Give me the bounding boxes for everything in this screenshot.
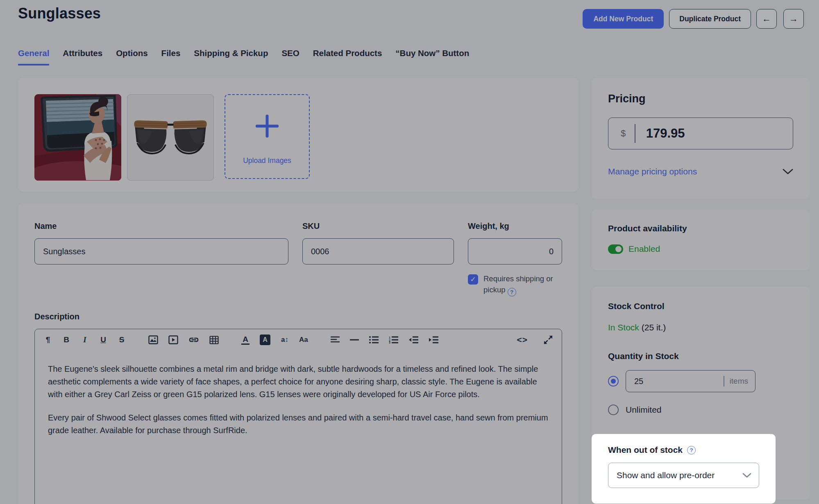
horizontal-rule-icon[interactable]	[350, 334, 359, 346]
lifestyle-photo-image	[34, 94, 121, 181]
manage-pricing-row[interactable]: Manage pricing options	[608, 167, 793, 176]
tab-buy-now-button[interactable]: “Buy Now” Button	[395, 48, 469, 66]
name-input[interactable]	[34, 238, 288, 264]
sidebar: Pricing $ Manage pricing options Product…	[592, 78, 810, 499]
arrow-right-icon: →	[789, 14, 798, 24]
insert-link-icon[interactable]	[188, 334, 199, 346]
insert-video-icon[interactable]	[168, 334, 178, 346]
underline-icon[interactable]: U	[99, 334, 107, 346]
availability-status: Enabled	[628, 244, 660, 254]
field-divider	[724, 376, 724, 386]
page-title: Sunglasses	[18, 5, 101, 22]
font-size-icon[interactable]: a↕	[281, 334, 289, 346]
unlimited-label: Unlimited	[626, 405, 662, 415]
price-input[interactable]	[646, 126, 793, 141]
out-of-stock-selected-value: Show and allow pre-order	[617, 470, 715, 480]
sunglasses-photo-image	[127, 95, 213, 180]
name-label: Name	[34, 221, 288, 231]
product-photo-lifestyle[interactable]	[34, 94, 121, 181]
tab-related-products[interactable]: Related Products	[313, 48, 382, 66]
previous-product-button[interactable]: ←	[756, 9, 777, 29]
check-icon: ✓	[470, 275, 476, 284]
plus-icon	[256, 115, 279, 138]
chevron-down-icon	[783, 169, 793, 175]
requires-shipping-checkbox[interactable]: ✓	[468, 274, 478, 285]
requires-shipping-label: Requires shipping or pickup ?	[483, 273, 562, 296]
add-new-product-button[interactable]: Add New Product	[583, 9, 664, 29]
tab-shipping-pickup[interactable]: Shipping & Pickup	[194, 48, 268, 66]
numbered-list-icon[interactable]: 123	[389, 334, 398, 346]
highlight-color-icon[interactable]: A	[260, 334, 270, 345]
quantity-unit-label: items	[730, 377, 755, 386]
product-details-card: Name SKU Weight, kg ✓ Requires shipping …	[18, 203, 579, 504]
align-left-icon[interactable]	[331, 334, 340, 346]
quantity-radio[interactable]	[608, 376, 619, 386]
letter-case-icon[interactable]: Aa	[299, 334, 308, 346]
description-text[interactable]: The Eugene's sleek silhouette combines a…	[35, 350, 562, 449]
svg-text:1: 1	[389, 336, 390, 339]
sku-label: SKU	[302, 221, 454, 231]
when-out-of-stock-section: When out of stock ? Show and allow pre-o…	[592, 434, 776, 504]
stock-control-card: Stock Control In Stock (25 it.) Quantity…	[592, 287, 810, 499]
tab-attributes[interactable]: Attributes	[63, 48, 102, 66]
outdent-icon[interactable]	[408, 334, 418, 346]
when-out-of-stock-label: When out of stock	[608, 445, 683, 455]
pricing-title: Pricing	[608, 93, 793, 105]
description-paragraph: Every pair of Shwood Select glasses come…	[48, 411, 549, 437]
insert-table-icon[interactable]	[209, 334, 219, 346]
next-product-button[interactable]: →	[783, 9, 804, 29]
weight-input[interactable]	[468, 238, 562, 264]
out-of-stock-help-icon[interactable]: ?	[687, 446, 696, 454]
product-tabs: General Attributes Options Files Shippin…	[18, 48, 469, 66]
svg-text:3: 3	[389, 341, 390, 344]
source-code-icon[interactable]: <>	[517, 334, 528, 346]
product-images-card: Upload Images	[18, 78, 579, 192]
price-field: $	[608, 118, 793, 149]
availability-toggle[interactable]	[608, 244, 623, 254]
quantity-field: items	[626, 370, 755, 392]
product-photo-sunglasses[interactable]	[127, 94, 214, 181]
quantity-input[interactable]	[626, 377, 724, 386]
tab-files[interactable]: Files	[161, 48, 181, 66]
tab-options[interactable]: Options	[116, 48, 147, 66]
description-editor: ¶ B I U S A A a↕ Aa	[34, 329, 562, 504]
weight-label: Weight, kg	[468, 221, 562, 231]
manage-pricing-link[interactable]: Manage pricing options	[608, 167, 697, 176]
tab-seo[interactable]: SEO	[281, 48, 299, 66]
out-of-stock-behavior-select[interactable]: Show and allow pre-order	[608, 463, 759, 488]
field-divider	[635, 124, 635, 143]
indent-icon[interactable]	[429, 334, 438, 346]
in-stock-count: (25 it.)	[639, 323, 666, 332]
upload-images-dropzone[interactable]: Upload Images	[225, 94, 310, 179]
chevron-down-icon	[742, 473, 751, 478]
availability-card: Product availability Enabled	[592, 210, 810, 270]
unlimited-radio[interactable]	[608, 405, 619, 415]
pricing-card: Pricing $ Manage pricing options	[592, 78, 810, 199]
description-label: Description	[34, 312, 562, 321]
sku-input[interactable]	[302, 238, 454, 264]
currency-symbol: $	[608, 128, 626, 139]
main-column: Upload Images Name SKU Weight, kg ✓ Requ…	[18, 78, 579, 504]
italic-icon[interactable]: I	[81, 334, 89, 346]
arrow-left-icon: ←	[762, 14, 771, 24]
header-actions: Add New Product Duplicate Product ← →	[583, 9, 804, 29]
strikethrough-icon[interactable]: S	[118, 334, 126, 346]
bullet-list-icon[interactable]	[369, 334, 379, 346]
bold-icon[interactable]: B	[62, 334, 70, 346]
insert-image-icon[interactable]	[148, 334, 158, 346]
in-stock-label: In Stock	[608, 323, 639, 332]
editor-toolbar: ¶ B I U S A A a↕ Aa	[35, 329, 562, 350]
fullscreen-icon[interactable]	[544, 334, 553, 346]
stock-control-title: Stock Control	[608, 301, 793, 311]
description-paragraph: The Eugene's sleek silhouette combines a…	[48, 363, 549, 401]
upload-images-label: Upload Images	[243, 156, 291, 165]
paragraph-icon[interactable]: ¶	[44, 334, 52, 346]
duplicate-product-button[interactable]: Duplicate Product	[669, 9, 751, 29]
stock-status: In Stock (25 it.)	[608, 323, 793, 332]
availability-title: Product availability	[608, 224, 793, 233]
shipping-help-icon[interactable]: ?	[508, 288, 516, 296]
tab-general[interactable]: General	[18, 48, 49, 66]
quantity-in-stock-title: Quantity in Stock	[608, 351, 793, 361]
text-color-icon[interactable]: A	[241, 335, 250, 345]
